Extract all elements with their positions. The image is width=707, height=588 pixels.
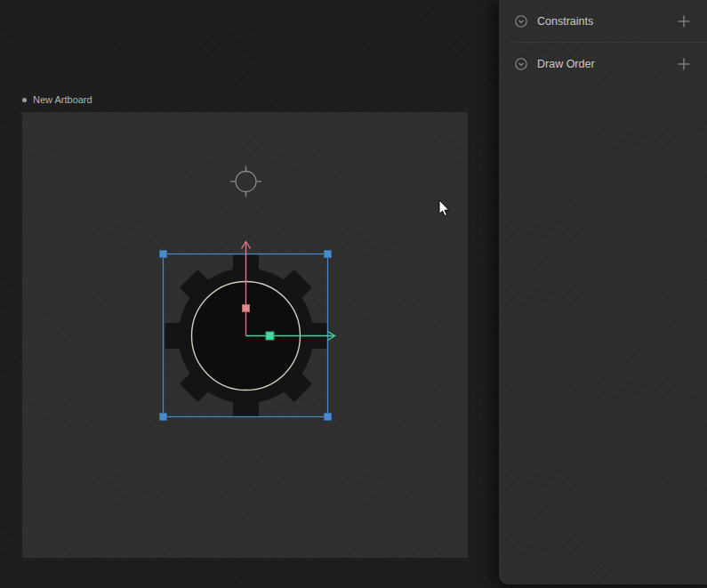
artboard-label-text: New Artboard xyxy=(33,93,92,106)
chevron-down-circle-icon[interactable] xyxy=(515,15,527,28)
canvas-stage[interactable]: New Artboard xyxy=(0,0,499,588)
inspector-panel-column: Constraints Draw Order xyxy=(499,0,707,588)
artboard[interactable] xyxy=(22,112,468,558)
add-constraint-button[interactable] xyxy=(678,15,690,28)
section-label: Constraints xyxy=(537,15,678,28)
section-constraints[interactable]: Constraints xyxy=(499,0,707,42)
artboard-label[interactable]: New Artboard xyxy=(22,93,92,106)
artboard-dot-icon xyxy=(22,98,27,102)
section-draw-order[interactable]: Draw Order xyxy=(499,43,707,85)
section-label: Draw Order xyxy=(537,58,678,70)
chevron-down-circle-icon[interactable] xyxy=(515,58,527,70)
add-draw-order-button[interactable] xyxy=(678,58,690,70)
inspector-panel: Constraints Draw Order xyxy=(499,0,707,584)
